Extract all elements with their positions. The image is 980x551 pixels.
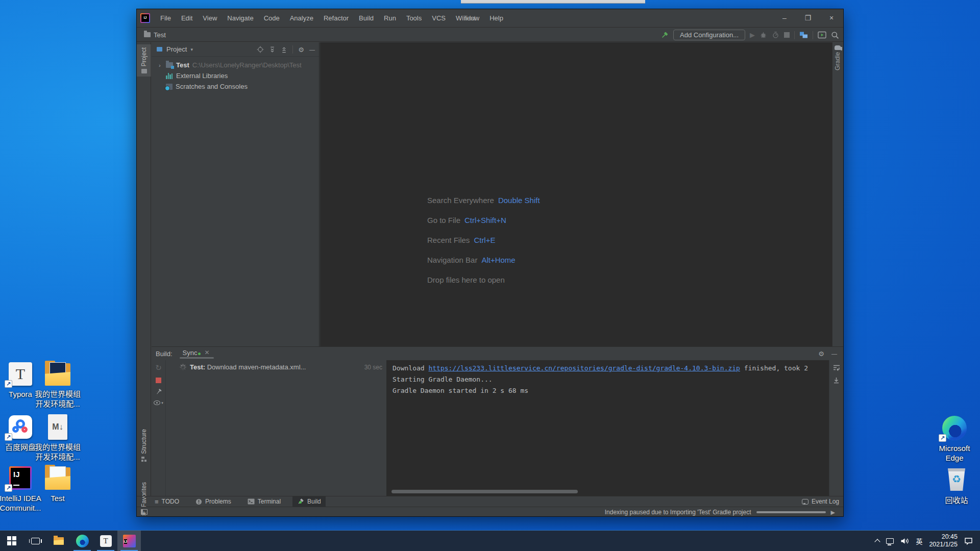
run-icon[interactable]: ▶ (750, 31, 755, 39)
intellij-icon: IJ (123, 535, 136, 547)
action-center-icon[interactable] (964, 537, 973, 545)
menu-vcs[interactable]: VCS (427, 13, 451, 23)
expand-all-icon[interactable] (269, 46, 276, 53)
typora-taskbar-button[interactable]: T (94, 531, 117, 551)
debug-icon[interactable] (760, 31, 767, 39)
volume-icon[interactable] (900, 537, 909, 545)
menu-view[interactable]: View (198, 13, 222, 23)
tree-row-external-libraries[interactable]: External Libraries (152, 70, 319, 81)
tool-stripe-project[interactable]: Project (137, 44, 151, 77)
tool-stripe-gradle[interactable]: Gradle (832, 45, 843, 70)
menu-refactor[interactable]: Refactor (318, 13, 354, 23)
folder-icon (45, 467, 70, 490)
console-line: Gradle Daemon started in 2 s 68 ms (393, 385, 829, 396)
toolwindow-build[interactable]: Build (292, 496, 326, 507)
toolwindow-toggle-icon[interactable] (141, 509, 148, 515)
view-options-icon[interactable]: ▾ (154, 400, 163, 405)
file-explorer-button[interactable] (47, 531, 70, 551)
windows-logo-icon (7, 536, 16, 545)
close-tab-icon[interactable]: ✕ (204, 349, 209, 356)
console-line: Download https://lss233.littleservice.cn… (393, 363, 829, 374)
menu-build[interactable]: Build (354, 13, 379, 23)
menu-file[interactable]: File (155, 13, 176, 23)
clock[interactable]: 20:45 2021/1/25 (929, 533, 958, 548)
event-log-button[interactable]: Event Log (802, 498, 839, 505)
desktop-icon-label: Test (34, 493, 81, 503)
build-console[interactable]: Download https://lss233.littleservice.cn… (386, 360, 829, 496)
shortcut-keys: Alt+Home (481, 256, 515, 264)
title-bar[interactable]: IJ File Edit View Navigate Code Analyze … (137, 9, 843, 28)
project-panel-header[interactable]: Project ▾ ⚙ — (152, 42, 319, 57)
profiler-icon[interactable] (772, 31, 779, 39)
editor-area[interactable]: Search EverywhereDouble Shift Go to File… (320, 42, 833, 346)
edge-icon (76, 535, 89, 547)
resume-icon[interactable]: ▶ (831, 509, 835, 516)
desktop-icon-recycle-bin[interactable]: ♻ 回收站 (933, 467, 980, 505)
menu-edit[interactable]: Edit (176, 13, 198, 23)
minimize-button[interactable]: – (773, 9, 796, 28)
toolwindow-problems[interactable]: Problems (191, 496, 236, 507)
task-view-icon (31, 538, 40, 544)
close-button[interactable]: × (820, 9, 843, 28)
console-right-toolbar (829, 360, 843, 496)
hide-panel-icon[interactable]: — (831, 350, 837, 357)
soft-wrap-icon[interactable] (833, 364, 840, 371)
task-view-button[interactable] (23, 531, 47, 551)
hide-panel-icon[interactable]: — (309, 46, 315, 53)
indexing-progress-bar[interactable] (756, 511, 826, 513)
gradle-dist-link[interactable]: https://lss233.littleservice.cn/reposito… (428, 364, 740, 372)
menu-bar: File Edit View Navigate Code Analyze Ref… (155, 13, 508, 23)
stop-icon[interactable] (784, 32, 790, 38)
desktop-icon-mc-markdown[interactable]: M↓ 我的世界模组 开发环境配... (34, 414, 81, 462)
pin-icon[interactable] (155, 388, 162, 395)
tree-row-root[interactable]: › Test C:\Users\LonelyRanger\Desktop\Tes… (152, 60, 319, 70)
menu-navigate[interactable]: Navigate (222, 13, 258, 23)
menu-code[interactable]: Code (259, 13, 285, 23)
gear-icon[interactable]: ⚙ (298, 46, 304, 54)
desktop-icon-edge[interactable]: ↗ Microsoft Edge (931, 415, 978, 463)
shortcut-keys: Ctrl+E (474, 236, 495, 244)
intellij-idea-icon: IJ (9, 466, 32, 490)
build-tool-window: Build: Sync ✕ ⚙ — ↻ (152, 346, 843, 496)
build-task-row[interactable]: Test: Download maven-metadata.xml... 30 … (166, 360, 386, 371)
horizontal-scrollbar[interactable] (391, 490, 578, 493)
tray-date: 2021/1/25 (929, 541, 958, 548)
desktop-icon-label: 开发环境配... (34, 399, 81, 409)
menu-tools[interactable]: Tools (401, 13, 427, 23)
menu-run[interactable]: Run (379, 13, 401, 23)
search-everywhere-icon[interactable] (831, 31, 839, 39)
menu-analyze[interactable]: Analyze (285, 13, 318, 23)
desktop-icon-test-folder[interactable]: Test (34, 465, 81, 503)
desktop-icon-label: Microsoft (931, 443, 978, 453)
desktop-icon-label: 我的世界模组 (34, 389, 81, 399)
main-area: Project Structure Favorites ★ Project ▾ (137, 42, 843, 496)
hidden-icons-chevron[interactable] (875, 539, 880, 544)
locate-icon[interactable] (257, 46, 264, 53)
edge-taskbar-button[interactable] (70, 531, 94, 551)
desktop-icon-mc-folder[interactable]: 我的世界模组 开发环境配... (34, 361, 81, 409)
menu-help[interactable]: Help (484, 13, 508, 23)
add-configuration-button[interactable]: Add Configuration... (673, 30, 745, 40)
navigation-breadcrumb[interactable]: Test (144, 31, 166, 39)
sync-running-dot (198, 353, 201, 355)
chevron-right-icon[interactable]: › (159, 62, 163, 68)
stop-process-icon[interactable] (156, 378, 161, 383)
tree-row-scratches[interactable]: Scratches and Consoles (152, 81, 319, 92)
gear-icon[interactable]: ⚙ (818, 350, 824, 358)
scroll-to-end-icon[interactable] (833, 377, 840, 384)
maximize-button[interactable]: ❐ (796, 9, 820, 28)
project-structure-icon[interactable] (799, 31, 808, 39)
ime-indicator[interactable]: 英 (916, 536, 922, 546)
toolwindow-todo[interactable]: ≡ TODO (150, 496, 184, 507)
build-tab-sync[interactable]: Sync ✕ (182, 349, 211, 359)
run-anything-icon[interactable] (818, 31, 826, 39)
intellij-taskbar-button[interactable]: IJ (117, 531, 141, 551)
tool-stripe-structure[interactable]: Structure (137, 429, 151, 462)
collapse-all-icon[interactable] (281, 46, 287, 53)
build-running-dot (299, 501, 302, 504)
network-icon[interactable] (886, 538, 894, 544)
toolwindow-terminal[interactable]: Terminal (243, 496, 285, 507)
intellij-window: IJ File Edit View Navigate Code Analyze … (136, 9, 844, 517)
start-button[interactable] (0, 531, 23, 551)
rerun-icon[interactable]: ↻ (155, 363, 162, 372)
